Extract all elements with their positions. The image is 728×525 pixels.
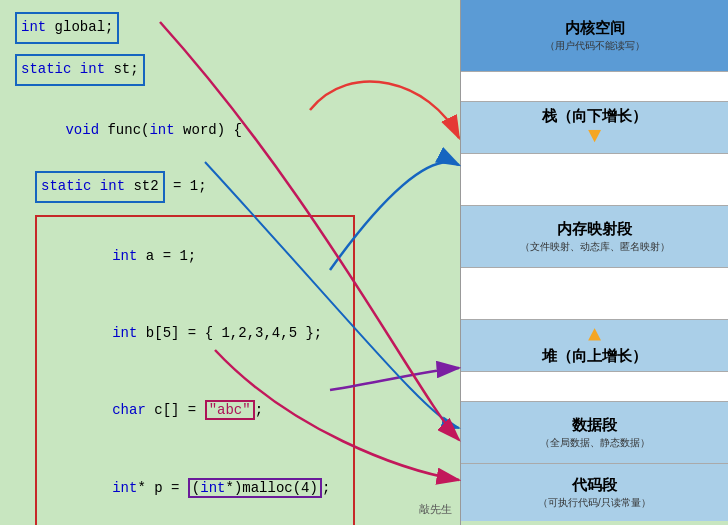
- mmap-segment: 内存映射段 （文件映射、动态库、匿名映射）: [461, 206, 728, 268]
- heap-segment: ▲ 堆（向上增长）: [461, 320, 728, 372]
- static-local-box: static int st2: [35, 171, 165, 203]
- gap3-segment: [461, 268, 728, 320]
- code-subtitle: （可执行代码/只读常量）: [538, 496, 651, 510]
- local-vars-box: int a = 1; int b[5] = { 1,2,3,4,5 }; cha…: [35, 215, 355, 525]
- mmap-subtitle: （文件映射、动态库、匿名映射）: [520, 240, 670, 254]
- gap2-segment: [461, 154, 728, 206]
- int-keyword: int: [21, 19, 46, 35]
- gap4-segment: [461, 372, 728, 402]
- var-a: int a = 1;: [45, 221, 345, 292]
- static-global-box: static int st;: [15, 54, 145, 86]
- kernel-subtitle: （用户代码不能读写）: [545, 39, 645, 53]
- watermark: 敲先生: [419, 500, 452, 519]
- code-segment: 代码段 （可执行代码/只读常量）: [461, 464, 728, 521]
- data-subtitle: （全局数据、静态数据）: [540, 436, 650, 450]
- code-title: 代码段: [572, 476, 617, 495]
- global-var-box: int global;: [15, 12, 119, 44]
- static-keyword-1: static: [21, 61, 71, 77]
- heap-arrow-up: ▲: [588, 325, 601, 347]
- var-c: char c[] = "abc";: [45, 376, 345, 447]
- memory-panel: 内核空间 （用户代码不能读写） 栈（向下增长） ▼ 内存映射段 （文件映射、动态…: [460, 0, 728, 525]
- main-container: int global; static int st; void func(int…: [0, 0, 728, 525]
- data-segment: 数据段 （全局数据、静态数据）: [461, 402, 728, 464]
- stack-segment: 栈（向下增长） ▼: [461, 102, 728, 154]
- func-signature: void func(int word) {: [15, 96, 445, 167]
- kernel-segment: 内核空间 （用户代码不能读写）: [461, 0, 728, 72]
- var-p: int* p = (int*)malloc(4);: [45, 453, 345, 524]
- mmap-title: 内存映射段: [557, 220, 632, 239]
- gap1-segment: [461, 72, 728, 102]
- kernel-title: 内核空间: [565, 19, 625, 38]
- code-panel: int global; static int st; void func(int…: [0, 0, 460, 525]
- string-abc: "abc": [205, 400, 255, 420]
- malloc-call: (int*)malloc(4): [188, 478, 322, 498]
- heap-title: 堆（向上增长）: [542, 347, 647, 366]
- var-b: int b[5] = { 1,2,3,4,5 };: [45, 298, 345, 369]
- data-title: 数据段: [572, 416, 617, 435]
- stack-arrow-down: ▼: [588, 126, 601, 148]
